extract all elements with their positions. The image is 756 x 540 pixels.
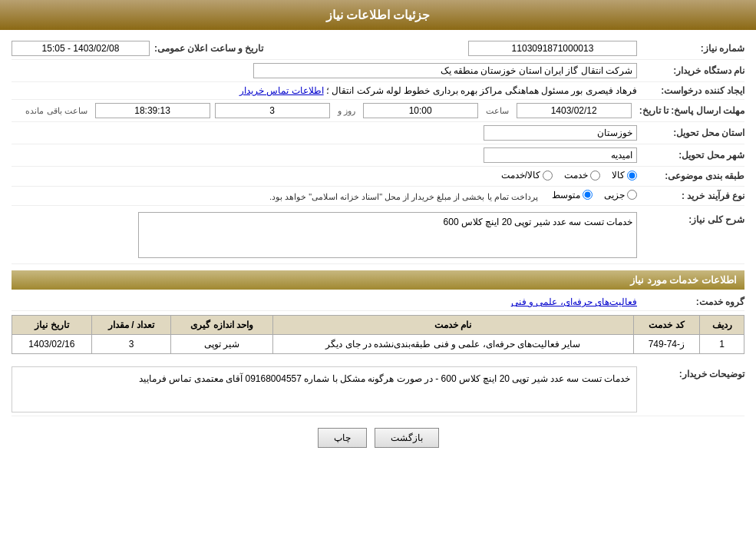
value-ijadKonande: فرهاد فیصری بور مسئول هماهنگی مراکز بهره… (12, 85, 637, 96)
label-ijadKonande: ایجاد کننده درخواست: (637, 85, 744, 96)
towzih-text: خدمات تست سه عدد شیر توپی 20 اینچ کلاس 6… (139, 373, 630, 384)
label-motavaset: متوسط (552, 190, 580, 200)
row-towzih: توضیحات خریدار: خدمات تست سه عدد شیر توپ… (12, 360, 744, 416)
value-mohlat: 1403/02/12 ساعت 10:00 روز و 3 18:39:13 س… (12, 103, 632, 118)
value-shahr: امیدیه (12, 147, 637, 163)
value-sharhKoli (12, 212, 637, 260)
gohrehKhedmat-link[interactable]: فعالیت‌های حرفه‌ای، علمی و فنی (511, 297, 637, 307)
label-khedmat: خدمت (564, 170, 588, 181)
label-tarikh: تاریخ و ساعت اعلان عمومی: (154, 43, 263, 54)
label-shomareNiaz: شماره نیاز: (637, 43, 744, 54)
mohlat-saat-box: 10:00 (363, 103, 478, 118)
label-jazyi: جزیی (604, 190, 625, 200)
cell-kod: ز-74-749 (633, 335, 700, 354)
value-shomareNiaz: 1103091871000013 (286, 41, 637, 56)
sharhKoli-textarea[interactable] (138, 212, 637, 258)
tarikh-box: 1403/02/08 - 15:05 (12, 41, 150, 56)
col-kod: کد خدمت (633, 316, 700, 335)
page-wrapper: جزئیات اطلاعات نیاز شماره نیاز: 11030918… (0, 0, 756, 540)
shomareNiaz-box: 1103091871000013 (468, 41, 637, 56)
cell-vahed: شیر توپی (171, 335, 273, 354)
label-kala-khedmat: کالا/خدمت (501, 170, 540, 181)
mohlat-countdown-box: 18:39:13 (95, 103, 210, 118)
noeFarayand-radio-group: جزیی متوسط (552, 190, 637, 200)
col-radif: ردیف (700, 316, 744, 335)
row-ijadKonande: ایجاد کننده درخواست: فرهاد فیصری بور مسئ… (12, 82, 744, 100)
value-noeFarayand: جزیی متوسط پرداخت تمام یا بخشی از مبلغ خ… (12, 190, 637, 203)
namDastgah-box: شرکت انتقال گاز ایران استان خوزستان منطق… (253, 63, 637, 78)
col-nam: نام خدمت (273, 316, 634, 335)
row-namDastgah: نام دستگاه خریدار: شرکت انتقال گاز ایران… (12, 60, 744, 82)
cell-tarikh: 1403/02/16 (12, 335, 92, 354)
bazgasht-button[interactable]: بازگشت (375, 428, 439, 448)
tabaqe-option-khedmat: خدمت (564, 170, 600, 181)
label-tabaqe: طبقه بندی موضوعی: (637, 171, 744, 181)
col-vahed: واحد اندازه گیری (171, 316, 273, 335)
shahr-box: امیدیه (484, 147, 637, 163)
row-shomareNiaz: شماره نیاز: 1103091871000013 تاریخ و ساع… (12, 38, 744, 60)
label-saat: ساعت (486, 106, 509, 116)
cell-tedad: 3 (91, 335, 171, 354)
cell-radif: 1 (700, 335, 744, 354)
mohlat-date-box: 1403/02/12 (517, 103, 632, 118)
ijadKonande-text: فرهاد فیصری بور مسئول هماهنگی مراکز بهره… (326, 85, 637, 96)
ostan-box: خوزستان (484, 125, 637, 141)
radio-motavaset[interactable] (583, 190, 593, 200)
row-shahr: شهر محل تحویل: امیدیه (12, 144, 744, 167)
noeFarayand-note: پرداخت تمام یا بخشی از مبلغ خریدار از مح… (269, 192, 538, 201)
towzih-box: خدمات تست سه عدد شیر توپی 20 اینچ کلاس 6… (12, 366, 637, 412)
page-title: جزئیات اطلاعات نیاز (326, 8, 431, 22)
label-rooz: روز و (338, 106, 355, 116)
cell-nam: سایر فعالیت‌های حرفه‌ای، علمی و فنی طبقه… (273, 335, 634, 354)
label-noeFarayand: نوع فرآیند خرید : (637, 190, 744, 201)
contact-link[interactable]: اطلاعات تماس خریدار (239, 85, 324, 96)
tabaqe-option-kala-khedmat: کالا/خدمت (501, 170, 553, 181)
main-content: شماره نیاز: 1103091871000013 تاریخ و ساع… (0, 30, 756, 467)
label-mohlat: مهلت ارسال پاسخ: تا تاریخ: (632, 105, 744, 116)
label-ostan: استان محل تحویل: (637, 128, 744, 138)
mohlat-rooz-box: 3 (215, 103, 330, 118)
noe-option-jazyi: جزیی (604, 190, 637, 200)
label-namDastgah: نام دستگاه خریدار: (637, 65, 744, 76)
row-ostan: استان محل تحویل: خوزستان (12, 122, 744, 144)
row-noeFarayand: نوع فرآیند خرید : جزیی متوسط پرداخت تمام… (12, 187, 744, 207)
chap-button[interactable]: چاپ (318, 428, 367, 448)
radio-khedmat[interactable] (590, 171, 600, 181)
noe-option-motavaset: متوسط (552, 190, 593, 200)
tabaqe-radio-group: کالا خدمت کالا/خدمت (501, 170, 637, 181)
label-gohrehKhedmat: گروه خدمت: (637, 297, 744, 307)
radio-kala[interactable] (627, 171, 637, 181)
label-shahr: شهر محل تحویل: (637, 150, 744, 161)
tabaqe-option-kala: کالا (612, 170, 637, 181)
value-tabaqe: کالا خدمت کالا/خدمت (12, 170, 637, 183)
value-ostan: خوزستان (12, 125, 637, 141)
page-header: جزئیات اطلاعات نیاز (0, 0, 756, 30)
row-tabaqe: طبقه بندی موضوعی: کالا خدمت کالا/خدمت (12, 167, 744, 187)
radio-kala-khedmat[interactable] (543, 171, 553, 181)
row-mohlat: مهلت ارسال پاسخ: تا تاریخ: 1403/02/12 سا… (12, 100, 744, 122)
row-gohrehKhedmat: گروه خدمت: فعالیت‌های حرفه‌ای، علمی و فن… (12, 293, 744, 311)
value-gohrehKhedmat: فعالیت‌های حرفه‌ای، علمی و فنی (12, 297, 637, 307)
row-sharhKoli: شرح کلی نیاز: (12, 206, 744, 264)
label-sharhKoli: شرح کلی نیاز: (637, 212, 744, 225)
label-remaining: ساعت باقی مانده (25, 106, 87, 116)
label-kala: کالا (612, 170, 625, 181)
value-towzih: خدمات تست سه عدد شیر توپی 20 اینچ کلاس 6… (12, 366, 637, 412)
label-towzih: توضیحات خریدار: (637, 366, 744, 379)
section-khadamat: اطلاعات خدمات مورد نیاز (12, 270, 744, 290)
col-tarikh: تاریخ نیاز (12, 316, 92, 335)
table-row: 1ز-74-749سایر فعالیت‌های حرفه‌ای، علمی و… (12, 335, 744, 354)
radio-jazyi[interactable] (627, 190, 637, 200)
value-namDastgah: شرکت انتقال گاز ایران استان خوزستان منطق… (12, 63, 637, 78)
services-table: ردیف کد خدمت نام خدمت واحد اندازه گیری ت… (12, 315, 744, 354)
col-tedad: تعداد / مقدار (91, 316, 171, 335)
button-row: بازگشت چاپ (12, 428, 744, 448)
section-khadamat-title: اطلاعات خدمات مورد نیاز (630, 274, 737, 286)
